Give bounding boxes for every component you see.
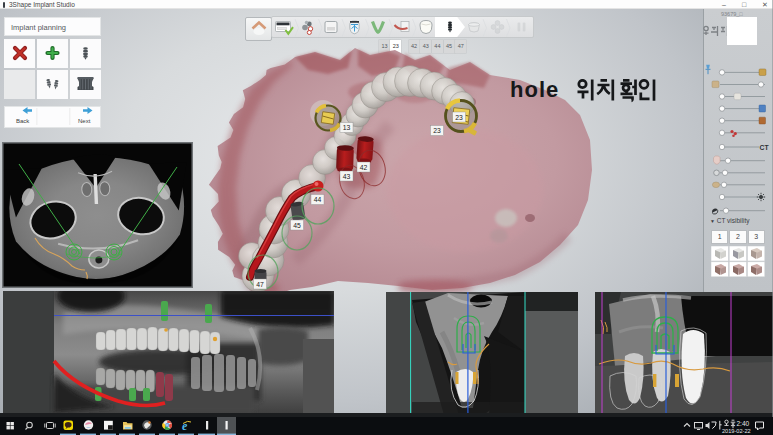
- svg-text:44: 44: [314, 196, 322, 203]
- svg-text:23: 23: [433, 127, 441, 134]
- svg-text:23: 23: [455, 114, 463, 121]
- svg-text:42: 42: [360, 164, 368, 171]
- svg-text:47: 47: [256, 281, 264, 288]
- svg-text:13: 13: [343, 124, 351, 131]
- svg-text:2:40: 2:40: [737, 420, 750, 427]
- svg-text:e: e: [182, 419, 188, 433]
- svg-text:43: 43: [343, 173, 351, 180]
- svg-text:45: 45: [293, 222, 301, 229]
- svg-text:2019-02-22: 2019-02-22: [722, 428, 751, 434]
- svg-text:CT: CT: [760, 144, 770, 151]
